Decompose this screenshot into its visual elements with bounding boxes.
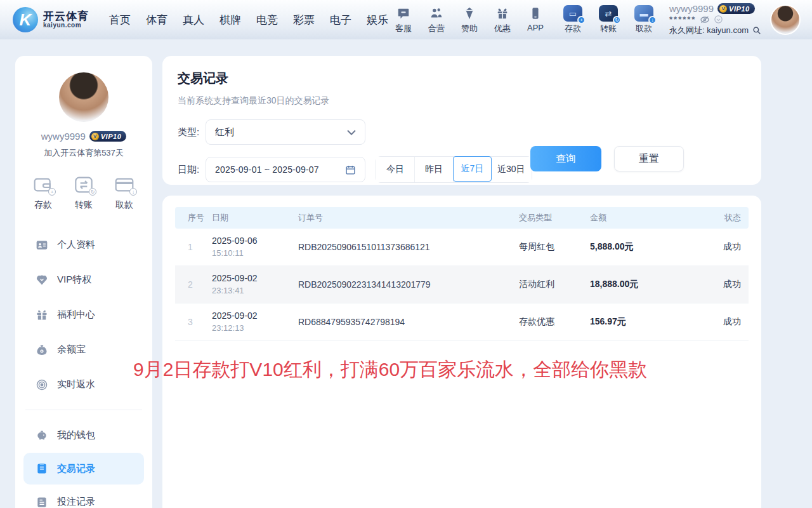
transfer-outline-icon: ↻ — [74, 175, 94, 194]
sidebar-item-yuebao[interactable]: 余额宝 — [15, 332, 152, 367]
user-avatar[interactable] — [770, 4, 801, 35]
quick-deposit[interactable]: + 存款 — [33, 175, 53, 211]
type-select[interactable]: 红利 — [206, 119, 365, 145]
page: K 开云体育 kaiyun.com 首页 体育 真人 棋牌 电竞 彩票 电子 娱… — [0, 0, 812, 508]
row-type: 存款优惠 — [519, 316, 590, 328]
nav-lottery[interactable]: 彩票 — [293, 13, 315, 27]
nav-entertainment[interactable]: 娱乐 — [367, 13, 388, 27]
sidebar-item-profile[interactable]: 个人资料 — [15, 227, 152, 262]
gift-box-icon — [36, 309, 48, 321]
type-label: 类型: — [178, 126, 206, 138]
app-link[interactable]: APP — [525, 5, 546, 34]
type-filter-row: 类型: 红利 — [178, 119, 746, 145]
refresh-circle-icon[interactable] — [714, 15, 723, 24]
logo-k-icon: K — [13, 7, 38, 32]
wallet-outline-icon: + — [33, 175, 53, 194]
row-order-no: RDB20250902231341413201779 — [298, 279, 519, 290]
query-button[interactable]: 查询 — [530, 146, 601, 171]
range-today-button[interactable]: 今日 — [376, 157, 415, 182]
piggy-bank-icon — [36, 429, 48, 442]
table-row[interactable]: 2 2025-09-02 23:13:41 RDB202509022313414… — [175, 266, 749, 304]
partner-link[interactable]: 合营 — [426, 5, 447, 34]
transaction-doc-icon — [36, 462, 48, 475]
profile-username: wywy9999 — [41, 131, 86, 142]
vip-heart-icon — [36, 274, 48, 286]
col-index: 序号 — [175, 212, 212, 224]
nav-sports[interactable]: 体育 — [146, 13, 167, 27]
nav-esports[interactable]: 电竞 — [256, 13, 278, 27]
reset-button[interactable]: 重置 — [614, 146, 684, 171]
row-time: 23:13:41 — [212, 286, 244, 295]
promo-link[interactable]: 优惠 — [492, 5, 513, 34]
col-type: 交易类型 — [519, 212, 590, 224]
sidebar-quick-actions: + 存款 ↻ 转账 ↓ 取款 — [15, 175, 152, 211]
gift-icon — [495, 5, 509, 22]
topbar-quick-links: 客服 合营 赞助 优惠 — [393, 5, 546, 34]
table-row[interactable]: 1 2025-09-06 15:10:11 RDB202509061510113… — [175, 229, 749, 266]
card-outline-icon: ↓ — [114, 175, 134, 194]
date-label: 日期: — [178, 164, 206, 176]
row-type: 活动红利 — [519, 279, 590, 290]
nav-chess[interactable]: 棋牌 — [219, 13, 241, 27]
vip-shield-icon: V — [719, 5, 727, 13]
col-date: 日期 — [212, 212, 298, 224]
table-row[interactable]: 3 2025-09-02 23:12:13 RD6884795935742798… — [175, 304, 749, 341]
sponsor-link[interactable]: 赞助 — [459, 5, 480, 34]
search-icon[interactable] — [752, 26, 761, 35]
brand-name: 开云体育 — [43, 11, 89, 22]
quick-transfer[interactable]: ↻ 转账 — [74, 175, 94, 211]
main-nav: 首页 体育 真人 棋牌 电竞 彩票 电子 娱乐 — [109, 13, 388, 27]
brand-logo[interactable]: K 开云体育 kaiyun.com — [13, 7, 89, 32]
nav-home[interactable]: 首页 — [109, 13, 131, 27]
type-selected-value: 红利 — [215, 126, 234, 138]
nav-slots[interactable]: 电子 — [330, 13, 351, 27]
date-range-value: 2025-09-01 ~ 2025-09-07 — [215, 164, 319, 175]
range-yesterday-button[interactable]: 昨日 — [415, 157, 454, 182]
sidebar-divider — [25, 410, 142, 410]
row-status: 成功 — [685, 316, 749, 328]
withdraw-link[interactable]: ▬↓ 取款 — [631, 5, 657, 34]
sidebar-item-welfare[interactable]: 福利中心 — [15, 297, 152, 332]
sidebar-item-vip[interactable]: VIP特权 — [15, 262, 152, 297]
range-30days-button[interactable]: 近30日 — [491, 157, 532, 182]
people-icon — [429, 5, 443, 22]
page-subtitle: 当前系统支持查询最近30日的交易记录 — [178, 95, 746, 107]
page-title: 交易记录 — [178, 70, 746, 87]
date-range-input[interactable]: 2025-09-01 ~ 2025-09-07 — [206, 157, 365, 182]
service-link[interactable]: 客服 — [393, 5, 414, 34]
row-date: 2025-09-06 — [212, 236, 258, 246]
col-status: 状态 — [685, 212, 749, 224]
sidebar-item-transactions[interactable]: 交易记录 — [23, 453, 144, 485]
transfer-link[interactable]: ⇄↻ 转账 — [596, 5, 621, 34]
row-amount: 156.97元 — [590, 316, 685, 328]
sidebar: wywy9999 V VIP10 加入开云体育第537天 + 存款 ↻ 转账 — [15, 56, 152, 508]
row-amount: 18,888.00元 — [590, 279, 685, 290]
target-icon — [36, 378, 48, 391]
row-time: 23:12:13 — [212, 323, 244, 333]
sidebar-item-wallet[interactable]: 我的钱包 — [15, 418, 152, 453]
range-7days-button[interactable]: 近7日 — [453, 156, 492, 182]
topbar-wallet-links: ▭+ 存款 ⇄↻ 转账 ▬↓ 取款 — [560, 5, 657, 34]
row-status: 成功 — [685, 241, 749, 253]
money-bag-icon — [36, 344, 48, 356]
chevron-down-icon — [347, 130, 356, 135]
col-order: 订单号 — [298, 212, 519, 224]
nav-live[interactable]: 真人 — [183, 13, 204, 27]
records-table-panel: 序号 日期 订单号 交易类型 金额 状态 1 2025-09-06 15:10:… — [162, 196, 761, 508]
row-date: 2025-09-02 — [212, 311, 258, 321]
transfer-arrows-icon: ⇄↻ — [599, 5, 618, 22]
quick-withdraw[interactable]: ↓ 取款 — [114, 175, 134, 211]
red-annotation-text: 9月2日存款打V10红利，打满60万百家乐流水，全部给你黑款 — [133, 357, 704, 383]
sidebar-item-rebate[interactable]: 实时返水 — [15, 367, 152, 402]
profile-avatar[interactable] — [59, 72, 108, 122]
chat-icon — [396, 5, 410, 22]
masked-balance: ****** — [669, 15, 696, 24]
topbar: K 开云体育 kaiyun.com 首页 体育 真人 棋牌 电竞 彩票 电子 娱… — [0, 0, 812, 39]
sidebar-item-bets[interactable]: 投注记录 — [15, 485, 152, 508]
id-card-icon — [36, 239, 48, 251]
eye-off-icon[interactable] — [700, 15, 710, 24]
row-date: 2025-09-02 — [212, 273, 258, 283]
bet-record-icon — [36, 496, 48, 508]
deposit-link[interactable]: ▭+ 存款 — [560, 5, 586, 34]
vip-badge: V VIP10 — [717, 3, 754, 14]
